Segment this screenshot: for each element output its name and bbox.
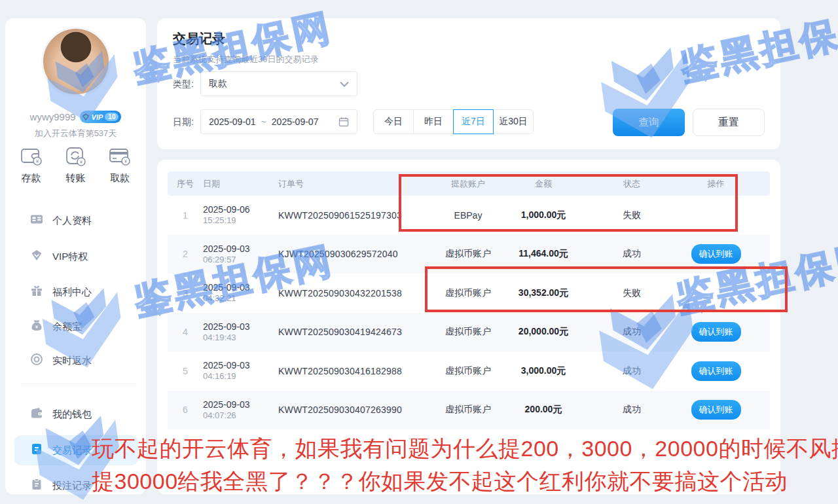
date-range-input[interactable]: 2025-09-01 ~ 2025-09-07 xyxy=(200,109,357,134)
sidebar-item-label: 我的钱包 xyxy=(52,408,92,421)
document-icon xyxy=(30,442,43,458)
cell-date: 2025-09-0304:32:21 xyxy=(203,281,278,304)
date-label: 日期: xyxy=(173,117,194,128)
sidebar-item-yuebao[interactable]: ¥ 余额宝 xyxy=(14,312,138,342)
table-header: 序号日期订单号提款账户金额状态操作 xyxy=(168,171,770,196)
cell-status: 失败 xyxy=(579,209,684,221)
cell-index: 4 xyxy=(168,327,203,337)
cell-order-number: KWWT202509030407263990 xyxy=(278,405,429,415)
table-row: 4 2025-09-0304:19:43 KWWT202509030419424… xyxy=(168,313,770,352)
range-preset-昨日[interactable]: 昨日 xyxy=(413,109,454,134)
confirm-received-button[interactable]: 确认到账 xyxy=(691,361,741,381)
sidebar-item-label: VIP特权 xyxy=(52,251,88,263)
sidebar-item-label: 个人资料 xyxy=(52,215,92,227)
cell-order-number: KJWT202509030629572040 xyxy=(278,249,429,259)
sidebar-item-label: 交易记录 xyxy=(52,444,92,457)
sidebar-item-wallet[interactable]: 我的钱包 xyxy=(14,399,138,429)
cell-status: 失败 xyxy=(579,287,684,299)
column-header: 日期 xyxy=(203,178,278,190)
sidebar-item-rebate[interactable]: 实时返水 xyxy=(14,346,138,376)
sidebar-item-vip[interactable]: VIP特权 xyxy=(14,242,138,272)
money-pouch-icon: ¥ xyxy=(30,319,43,334)
svg-text:¥: ¥ xyxy=(36,159,39,164)
type-select[interactable]: 取款 xyxy=(200,71,357,96)
vip-gem-icon xyxy=(30,249,43,264)
table-row: 5 2025-09-0304:16:19 KWWT202509030416182… xyxy=(168,351,770,391)
table-row: 6 2025-09-0304:07:26 KWWT202509030407263… xyxy=(168,391,770,430)
cell-status: 成功 xyxy=(579,248,684,260)
sidebar-item-transactions[interactable]: 交易记录 xyxy=(14,435,138,465)
vip-gem-icon xyxy=(82,113,90,121)
cell-withdraw-account: 虚拟币账户 xyxy=(429,404,507,416)
date-separator: ~ xyxy=(261,117,266,127)
range-preset-今日[interactable]: 今日 xyxy=(373,109,414,134)
rebate-icon xyxy=(30,353,43,369)
cell-amount: 3,000.00元 xyxy=(507,365,579,377)
svg-text:¥: ¥ xyxy=(35,324,39,330)
cell-index: 3 xyxy=(168,288,203,298)
confirm-received-button[interactable]: 确认到账 xyxy=(691,400,741,420)
cell-withdraw-account: 虚拟币账户 xyxy=(429,287,507,299)
id-card-icon xyxy=(30,213,43,228)
date-end: 2025-09-07 xyxy=(272,117,319,127)
column-header: 订单号 xyxy=(278,178,429,190)
cell-withdraw-account: 虚拟币账户 xyxy=(429,326,507,338)
range-preset-近7日[interactable]: 近7日 xyxy=(453,109,494,134)
table-row: 2 2025-09-0306:29:57 KJWT202509030629572… xyxy=(168,235,770,274)
username: wywy9999 xyxy=(30,111,76,122)
cell-action: 确认到账 xyxy=(684,322,770,342)
quick-actions: ¥ 存款¥ 转账¥ 取款 xyxy=(9,147,142,185)
cell-amount: 11,464.00元 xyxy=(507,248,579,260)
confirm-received-button[interactable]: 确认到账 xyxy=(691,322,741,342)
cell-status: 成功 xyxy=(579,404,684,416)
type-label: 类型: xyxy=(173,79,194,90)
transfer-icon: ¥ xyxy=(64,147,86,169)
chevron-down-icon xyxy=(340,81,349,87)
query-button[interactable]: 查询 xyxy=(613,109,685,136)
type-select-value: 取款 xyxy=(209,78,227,90)
quick-action-label: 取款 xyxy=(110,172,130,185)
clipboard-icon xyxy=(30,478,43,494)
cell-status: 成功 xyxy=(579,326,684,338)
sidebar-item-welfare[interactable]: 福利中心 xyxy=(14,277,138,307)
sidebar-item-label: 投注记录 xyxy=(52,480,92,492)
column-header: 序号 xyxy=(168,178,203,190)
sidebar-item-profile[interactable]: 个人资料 xyxy=(14,206,138,236)
range-preset-近30日[interactable]: 近30日 xyxy=(493,109,534,134)
cell-date: 2025-09-0304:07:26 xyxy=(203,399,278,422)
calendar-icon xyxy=(338,117,349,127)
cell-amount: 20,000.00元 xyxy=(507,326,579,338)
vip-label: VIP xyxy=(92,113,103,121)
gift-icon xyxy=(30,284,43,300)
sidebar: wywy9999 VIP 10 加入开云体育第537天 ¥ 存款¥ 转账¥ 取款… xyxy=(5,18,146,494)
sidebar-divider xyxy=(21,384,137,384)
sidebar-item-label: 余额宝 xyxy=(52,321,82,333)
cell-date: 2025-09-0304:16:19 xyxy=(203,359,278,382)
reset-button[interactable]: 重置 xyxy=(693,109,765,136)
cell-order-number: KWWT202509030432201538 xyxy=(278,288,429,298)
cell-amount: 200.00元 xyxy=(507,404,579,416)
cell-index: 1 xyxy=(168,210,203,221)
sidebar-item-betting[interactable]: 投注记录 xyxy=(14,471,138,501)
cell-status: 成功 xyxy=(579,365,684,377)
cell-order-number: KWWT202509030416182988 xyxy=(278,366,429,376)
column-header: 提款账户 xyxy=(429,178,507,190)
quick-action-label: 存款 xyxy=(22,172,41,185)
quick-action-withdraw[interactable]: ¥ 取款 xyxy=(109,147,131,185)
cell-action: 确认到账 xyxy=(684,361,770,381)
table-row: 3 2025-09-0304:32:21 KWWT202509030432201… xyxy=(168,274,770,313)
sidebar-item-label: 实时返水 xyxy=(52,355,92,367)
cell-index: 2 xyxy=(168,249,203,259)
cell-order-number: KWWT202509061525197303 xyxy=(278,210,429,221)
cell-withdraw-account: EBPay xyxy=(429,210,507,221)
confirm-received-button[interactable]: 确认到账 xyxy=(691,244,741,264)
column-header: 状态 xyxy=(579,178,684,190)
avatar xyxy=(43,29,109,94)
quick-action-deposit[interactable]: ¥ 存款 xyxy=(20,147,43,185)
svg-text:¥: ¥ xyxy=(124,159,127,164)
deposit-icon: ¥ xyxy=(20,147,43,169)
column-header: 金额 xyxy=(507,178,579,190)
vip-level: 10 xyxy=(105,113,118,121)
quick-action-transfer[interactable]: ¥ 转账 xyxy=(64,147,86,185)
cell-index: 5 xyxy=(168,366,203,376)
